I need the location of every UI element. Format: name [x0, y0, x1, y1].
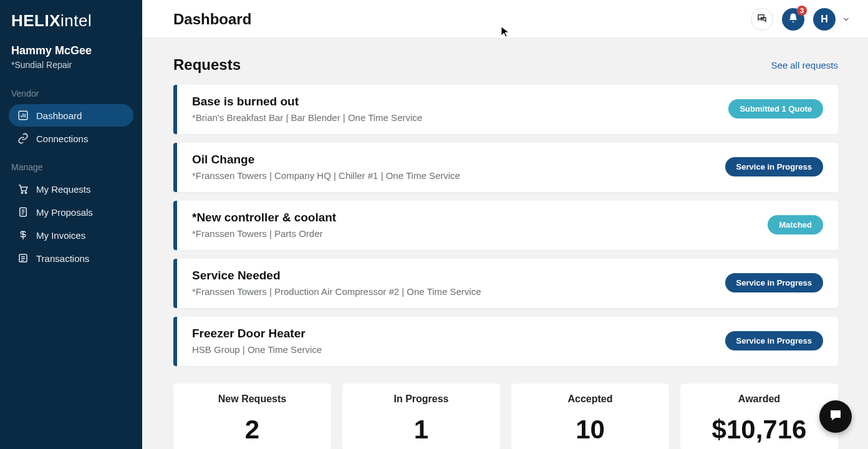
document-icon	[17, 206, 29, 218]
request-subtitle: *Franssen Towers | Parts Order	[192, 228, 768, 239]
request-subtitle: *Brian's Breakfast Bar | Bar Blender | O…	[192, 112, 728, 123]
sidebar-item-my-invoices[interactable]: My Invoices	[9, 224, 133, 246]
brand-light: intel	[60, 11, 92, 30]
messages-button[interactable]	[751, 8, 773, 31]
sidebar-item-label: Connections	[36, 133, 88, 144]
avatar-button[interactable]: H	[813, 8, 836, 31]
sidebar-item-transactions[interactable]: Transactions	[9, 247, 133, 269]
request-title: Oil Change	[192, 153, 725, 167]
chevron-down-icon[interactable]	[842, 15, 851, 24]
brand-logo[interactable]: HELIXintel	[9, 11, 133, 31]
sidebar-item-my-requests[interactable]: My Requests	[9, 178, 133, 200]
topbar: Dashboard 3 H	[142, 0, 868, 39]
request-card[interactable]: Base is burned out *Brian's Breakfast Ba…	[173, 85, 838, 134]
request-status-pill[interactable]: Matched	[768, 215, 823, 234]
request-title: Base is burned out	[192, 95, 728, 109]
stat-card[interactable]: In Progress 1	[342, 384, 500, 449]
stat-value: 1	[349, 415, 494, 445]
sidebar-item-label: Transactions	[36, 253, 89, 264]
user-name: Hammy McGee	[11, 44, 133, 57]
request-info: Freezer Door Heater HSB Group | One Time…	[192, 327, 725, 355]
bell-icon	[788, 12, 799, 26]
request-subtitle: *Franssen Towers | Company HQ | Chiller …	[192, 170, 725, 181]
request-title: Freezer Door Heater	[192, 327, 725, 340]
main-content: Requests See all requests Base is burned…	[142, 39, 868, 449]
request-info: Base is burned out *Brian's Breakfast Ba…	[192, 95, 728, 123]
speech-bubble-icon	[828, 408, 843, 425]
sidebar-item-my-proposals[interactable]: My Proposals	[9, 201, 133, 223]
requests-header: Requests See all requests	[173, 56, 838, 74]
stat-value: 2	[180, 415, 325, 445]
brand-bold: HELIX	[11, 11, 60, 30]
request-subtitle: HSB Group | One Time Service	[192, 344, 725, 355]
stat-value: 10	[518, 415, 663, 445]
request-card[interactable]: Freezer Door Heater HSB Group | One Time…	[173, 317, 838, 366]
requests-list: Base is burned out *Brian's Breakfast Ba…	[173, 85, 838, 366]
stat-label: Awarded	[687, 393, 832, 405]
see-all-requests-link[interactable]: See all requests	[771, 60, 838, 70]
request-title: *New controller & coolant	[192, 211, 768, 224]
sidebar-item-label: My Invoices	[36, 230, 85, 241]
dollar-icon	[17, 229, 29, 241]
sidebar-item-label: My Proposals	[36, 207, 93, 218]
user-block: Hammy McGee *Sundial Repair	[9, 44, 133, 70]
chart-icon	[17, 110, 29, 121]
sidebar: HELIXintel Hammy McGee *Sundial Repair V…	[0, 0, 142, 449]
cart-icon	[17, 183, 29, 195]
sidebar-item-label: My Requests	[36, 184, 91, 195]
sidebar-item-connections[interactable]: Connections	[9, 127, 133, 150]
stat-value: $10,716	[687, 415, 832, 445]
sidebar-item-label: Dashboard	[36, 110, 82, 121]
sidebar-item-dashboard[interactable]: Dashboard	[9, 104, 133, 127]
chat-fab[interactable]	[819, 400, 852, 433]
stat-label: In Progress	[349, 393, 494, 405]
stat-label: New Requests	[180, 393, 325, 405]
page-title: Dashboard	[173, 11, 251, 28]
request-info: Oil Change *Franssen Towers | Company HQ…	[192, 153, 725, 181]
request-info: Service Needed *Franssen Towers | Produc…	[192, 269, 725, 297]
request-card[interactable]: *New controller & coolant *Franssen Towe…	[173, 201, 838, 250]
stat-card[interactable]: Accepted 10	[511, 384, 669, 449]
requests-title: Requests	[173, 56, 241, 74]
chat-icon	[756, 12, 768, 26]
request-card[interactable]: Oil Change *Franssen Towers | Company HQ…	[173, 143, 838, 192]
request-title: Service Needed	[192, 269, 725, 282]
request-status-pill[interactable]: Service in Progress	[725, 273, 823, 292]
request-card[interactable]: Service Needed *Franssen Towers | Produc…	[173, 259, 838, 308]
avatar-letter: H	[821, 14, 828, 25]
link-icon	[17, 133, 29, 144]
nav-section-manage: Manage	[9, 157, 133, 177]
svg-point-1	[21, 192, 22, 193]
stat-label: Accepted	[518, 393, 663, 405]
request-subtitle: *Franssen Towers | Production Air Compre…	[192, 286, 725, 297]
svg-point-2	[25, 192, 26, 193]
stat-card[interactable]: New Requests 2	[173, 384, 331, 449]
list-icon	[17, 253, 29, 264]
request-info: *New controller & coolant *Franssen Towe…	[192, 211, 768, 239]
stats-row: New Requests 2 In Progress 1 Accepted 10…	[173, 384, 838, 449]
request-status-pill[interactable]: Submitted 1 Quote	[728, 99, 823, 118]
stat-card[interactable]: Awarded $10,716	[680, 384, 838, 449]
notifications-button[interactable]: 3	[782, 8, 804, 31]
request-status-pill[interactable]: Service in Progress	[725, 157, 823, 176]
nav-section-vendor: Vendor	[9, 84, 133, 104]
user-company: *Sundial Repair	[11, 60, 133, 70]
topbar-right: 3 H	[751, 8, 851, 31]
notification-badge: 3	[797, 6, 807, 16]
request-status-pill[interactable]: Service in Progress	[725, 331, 823, 350]
